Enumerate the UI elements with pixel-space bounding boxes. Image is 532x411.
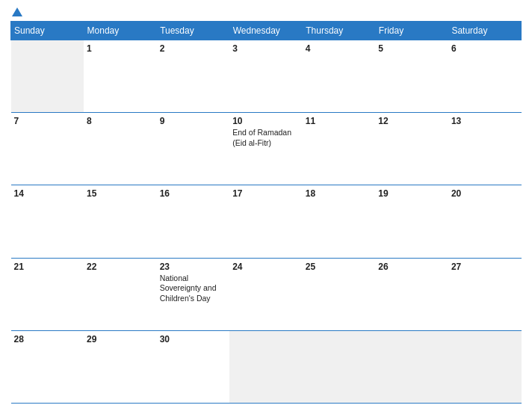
col-sunday: Sunday [11,22,84,40]
day-number: 26 [378,262,445,272]
calendar-day-cell: 24 [229,258,303,330]
day-number: 8 [87,116,154,126]
day-number: 22 [87,262,154,272]
calendar-day-cell: 20 [448,185,522,258]
calendar-day-cell: 17 [229,185,303,258]
day-number: 3 [232,43,300,54]
day-number: 1 [87,43,154,54]
calendar-day-cell [448,330,522,403]
calendar-day-cell: 14 [11,185,84,258]
day-event: End of Ramadan (Eid al-Fitr) [232,128,300,148]
day-number: 27 [451,262,519,272]
calendar-day-cell: 5 [375,40,448,113]
calendar-day-cell: 2 [157,40,230,113]
calendar-day-cell: 13 [448,113,522,185]
calendar-day-cell: 27 [448,258,522,330]
calendar-week-row: 282930 [11,330,522,403]
calendar-week-row: 123456 [11,40,522,113]
day-number: 19 [378,188,445,199]
day-number: 4 [306,43,373,54]
calendar-week-row: 212223National Sovereignty and Children'… [11,258,522,330]
col-saturday: Saturday [448,22,522,40]
day-number: 14 [14,188,81,199]
day-number: 12 [378,116,445,126]
calendar-header-row: Sunday Monday Tuesday Wednesday Thursday… [11,22,522,40]
calendar-day-cell: 11 [303,113,376,185]
day-number: 20 [451,188,519,199]
calendar-day-cell: 12 [375,113,448,185]
calendar-day-cell: 21 [11,258,84,330]
calendar-day-cell: 7 [11,113,84,185]
calendar-day-cell: 26 [375,258,448,330]
calendar-day-cell: 1 [84,40,157,113]
calendar-day-cell: 6 [448,40,522,113]
day-event: National Sovereignty and Children's Day [160,274,227,304]
calendar-day-cell: 25 [303,258,376,330]
calendar-day-cell: 8 [84,113,157,185]
header [10,7,522,16]
day-number: 23 [160,262,227,272]
col-wednesday: Wednesday [229,22,303,40]
calendar-day-cell: 10End of Ramadan (Eid al-Fitr) [229,113,303,185]
day-number: 9 [160,116,227,126]
day-number: 13 [451,116,519,126]
day-number: 11 [306,116,373,126]
calendar-day-cell [375,330,448,403]
calendar-day-cell [303,330,376,403]
day-number: 6 [451,43,519,54]
page: Sunday Monday Tuesday Wednesday Thursday… [0,0,532,411]
day-number: 18 [306,188,373,199]
calendar-day-cell: 4 [303,40,376,113]
day-number: 21 [14,262,81,272]
calendar-day-cell: 3 [229,40,303,113]
calendar-table: Sunday Monday Tuesday Wednesday Thursday… [10,21,522,404]
day-number: 28 [14,334,81,344]
calendar-day-cell: 15 [84,185,157,258]
col-thursday: Thursday [303,22,376,40]
calendar-day-cell: 9 [157,113,230,185]
day-number: 17 [232,188,300,199]
calendar-day-cell: 23National Sovereignty and Children's Da… [157,258,230,330]
calendar-day-cell: 16 [157,185,230,258]
calendar-day-cell: 28 [11,330,84,403]
col-tuesday: Tuesday [157,22,230,40]
day-number: 25 [306,262,373,272]
day-number: 30 [160,334,227,344]
day-number: 24 [232,262,300,272]
calendar-day-cell [229,330,303,403]
calendar-week-row: 14151617181920 [11,185,522,258]
day-number: 29 [87,334,154,344]
calendar-day-cell [11,40,84,113]
day-number: 15 [87,188,154,199]
day-number: 2 [160,43,227,54]
calendar-day-cell: 22 [84,258,157,330]
calendar-day-cell: 29 [84,330,157,403]
day-number: 7 [14,116,81,126]
col-friday: Friday [375,22,448,40]
calendar-week-row: 78910End of Ramadan (Eid al-Fitr)111213 [11,113,522,185]
calendar-day-cell: 18 [303,185,376,258]
day-number: 16 [160,188,227,199]
col-monday: Monday [84,22,157,40]
logo [10,7,24,16]
calendar-day-cell: 30 [157,330,230,403]
day-number: 10 [232,116,300,126]
logo-triangle-icon [12,7,22,16]
calendar-day-cell: 19 [375,185,448,258]
day-number: 5 [378,43,445,54]
